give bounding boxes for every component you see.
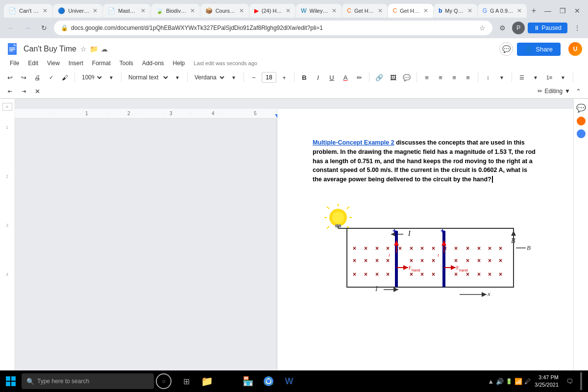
profile-icon[interactable]: P [512, 22, 525, 34]
align-justify-button[interactable]: ≡ [462, 72, 474, 83]
menu-format[interactable]: Format [88, 58, 115, 69]
paused-button[interactable]: ⏸ Paused [528, 23, 567, 33]
spellcheck-button[interactable]: ✓ [45, 72, 57, 83]
numbered-list-button[interactable]: 1≡ [543, 72, 555, 83]
tab-close-cantbuy[interactable]: ✕ [43, 7, 48, 14]
text-color-button[interactable]: A [340, 72, 351, 83]
highlight-button[interactable]: ✏ [353, 72, 365, 83]
new-tab-button[interactable]: + [527, 4, 540, 18]
reload-button[interactable]: ↻ [37, 21, 51, 35]
menu-insert[interactable]: Insert [65, 58, 87, 69]
tab-myqu[interactable]: b My Qu... ✕ [434, 4, 477, 18]
print-button[interactable]: 🖨 [31, 72, 43, 83]
tab-master[interactable]: 📄 Master... ✕ [103, 4, 150, 18]
sidebar-blue-circle-icon[interactable] [577, 129, 586, 138]
extensions-icon[interactable]: ⚙ [495, 21, 509, 35]
star-icon[interactable]: ☆ [80, 45, 87, 53]
align-left-button[interactable]: ≡ [421, 72, 433, 83]
sidebar-comments-icon[interactable]: 💬 [576, 103, 586, 113]
page-area[interactable]: 1 2 3 4 5 6 7 Multiple-Concept Example 2… [15, 99, 573, 392]
word-button[interactable]: W [280, 372, 298, 390]
line-spacing-down-icon[interactable]: ▼ [496, 72, 508, 83]
zoom-select[interactable]: 100% [79, 72, 103, 83]
font-select[interactable]: Verdana [192, 72, 226, 83]
indent-button[interactable]: ⇥ [18, 85, 29, 97]
align-center-button[interactable]: ≡ [435, 72, 446, 83]
style-down-icon[interactable]: ▼ [172, 72, 183, 83]
menu-help[interactable]: Help [169, 58, 189, 69]
network-icon[interactable]: ▲ [488, 378, 494, 385]
show-desktop-button[interactable] [580, 372, 582, 390]
store-button[interactable]: 🏪 [239, 372, 257, 390]
style-select[interactable]: Normal text [125, 72, 170, 83]
bold-button[interactable]: B [298, 72, 310, 83]
clear-format-button[interactable]: ✕ [31, 85, 43, 97]
numbered-down-icon[interactable]: ▼ [557, 72, 569, 83]
tab-close-getho2[interactable]: ✕ [423, 7, 428, 14]
redo-button[interactable]: ↪ [18, 72, 29, 83]
align-right-button[interactable]: ≡ [448, 72, 460, 83]
tab-close-ga098[interactable]: ✕ [517, 7, 522, 14]
address-bar[interactable]: 🔒 docs.google.com/document/d/1pQhEBaWXYW… [54, 21, 492, 35]
outline-toggle[interactable]: ≡ [2, 103, 12, 111]
cortana-button[interactable]: ○ [156, 373, 172, 389]
notification-button[interactable]: 🗨 [563, 372, 576, 390]
bookmark-star-icon[interactable]: ☆ [479, 24, 486, 32]
expand-toolbar-button[interactable]: ⌃ [572, 85, 584, 97]
chrome-button[interactable] [260, 372, 277, 390]
tab-close-biodive[interactable]: ✕ [190, 7, 195, 14]
tab-close-univers[interactable]: ✕ [93, 7, 98, 14]
back-button[interactable]: ← [4, 21, 18, 35]
chat-button[interactable]: 💬 [499, 42, 513, 56]
start-button[interactable] [2, 372, 20, 390]
tab-close-getho1[interactable]: ✕ [378, 7, 383, 14]
paint-button[interactable]: 🖌 [59, 72, 71, 83]
tab-course[interactable]: 📦 Course... ✕ [200, 4, 249, 18]
font-size-increase[interactable]: + [278, 72, 290, 83]
tab-close-myqu[interactable]: ✕ [467, 7, 472, 14]
menu-edit[interactable]: Edit [24, 58, 42, 69]
cloud-icon[interactable]: ☁ [101, 45, 108, 53]
restore-button[interactable]: ❐ [556, 4, 569, 18]
tab-cantbuy[interactable]: 📄 Can't B... ✕ [4, 4, 52, 18]
menu-addons[interactable]: Add-ons [138, 58, 168, 69]
tab-youtube[interactable]: ▶ (24) Ho... ✕ [249, 4, 295, 18]
concept-link[interactable]: Multiple-Concept Example 2 [313, 139, 394, 146]
more-options-icon[interactable]: ⋮ [570, 21, 584, 35]
undo-button[interactable]: ↩ [4, 72, 16, 83]
speaker-icon[interactable]: 🔊 [496, 378, 504, 385]
list-button[interactable]: ☰ [516, 72, 528, 83]
tab-getho2[interactable]: C Get Ho... ✕ [388, 4, 433, 18]
mail-button[interactable]: ✉ [219, 372, 236, 390]
menu-view[interactable]: View [43, 58, 64, 69]
tab-close-course[interactable]: ✕ [239, 7, 244, 14]
tab-univers[interactable]: 🔵 Univers... ✕ [53, 4, 102, 18]
docs-title[interactable]: Can't Buy Time [24, 45, 76, 53]
menu-tools[interactable]: Tools [116, 58, 137, 69]
line-spacing-button[interactable]: ↕ [482, 72, 494, 83]
outdent-button[interactable]: ⇤ [4, 85, 16, 97]
tab-close-youtube[interactable]: ✕ [286, 7, 291, 14]
forward-button[interactable]: → [21, 21, 34, 35]
file-explorer-button[interactable]: 📁 [198, 372, 216, 390]
comment-button[interactable]: 💬 [401, 72, 413, 83]
tab-getho1[interactable]: C Get Ho... ✕ [342, 4, 387, 18]
zoom-down-icon[interactable]: ▼ [105, 72, 117, 83]
menu-file[interactable]: File [6, 58, 23, 69]
link-button[interactable]: 🔗 [373, 72, 385, 83]
image-button[interactable]: 🖼 [387, 72, 399, 83]
font-size-input[interactable] [262, 72, 276, 83]
share-button[interactable]: 👤 Share [517, 43, 561, 56]
task-view-button[interactable]: ⊞ [177, 372, 195, 390]
wifi-icon[interactable]: 📶 [514, 378, 522, 385]
editing-mode-selector[interactable]: ✏ Editing ▼ [538, 88, 570, 95]
pen-icon[interactable]: 🖊 [524, 378, 531, 385]
user-avatar[interactable]: U [568, 42, 582, 56]
tab-biodive[interactable]: 🍃 Biodive... ✕ [151, 4, 200, 18]
tab-ga098[interactable]: G G A 0.98... ✕ [478, 4, 527, 18]
taskbar-search[interactable]: 🔍 Type here to search [22, 373, 154, 389]
sidebar-orange-icon[interactable] [577, 117, 586, 125]
battery-icon[interactable]: 🔋 [506, 378, 513, 385]
taskbar-time[interactable]: 3:47 PM 3/25/2021 [535, 374, 559, 389]
move-icon[interactable]: 📁 [90, 45, 98, 53]
